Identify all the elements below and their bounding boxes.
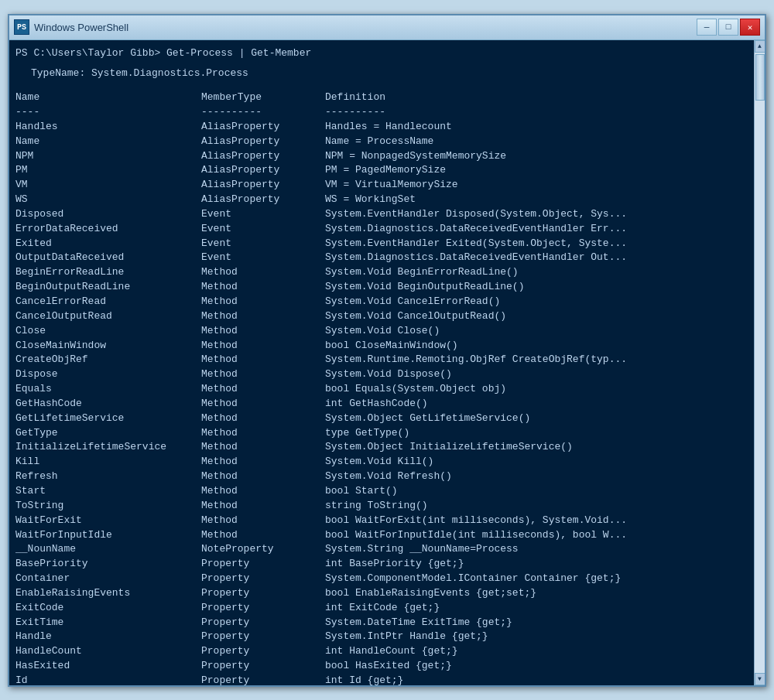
cell-membertype: Event (201, 222, 325, 237)
cell-membertype: Method (201, 324, 325, 339)
table-row: WaitForExitMethodbool WaitForExit(int mi… (15, 514, 748, 528)
cell-name: BeginOutputReadLine (15, 280, 201, 295)
terminal-output[interactable]: PS C:\Users\Taylor Gibb> Get-Process | G… (9, 40, 754, 685)
close-button[interactable]: ✕ (740, 19, 760, 36)
cell-membertype: Event (201, 207, 325, 222)
minimize-button[interactable]: — (697, 19, 717, 36)
cell-membertype: Property (201, 572, 325, 586)
cell-name: Disposed (15, 207, 201, 222)
cell-definition: bool WaitForExit(int milliseconds), Syst… (325, 514, 748, 528)
cell-name: ExitCode (15, 601, 201, 616)
table-row: BasePriorityPropertyint BasePriority {ge… (15, 557, 748, 572)
table-row: ExitCodePropertyint ExitCode {get;} (15, 601, 748, 616)
cell-membertype: Property (201, 616, 325, 630)
table-row: EnableRaisingEventsPropertybool EnableRa… (15, 586, 748, 601)
cell-definition: System.Diagnostics.DataReceivedEventHand… (325, 251, 748, 265)
cell-name: CreateObjRef (15, 353, 201, 367)
cell-name: Id (15, 674, 201, 685)
cell-membertype: Property (201, 601, 325, 616)
scroll-thumb[interactable] (755, 54, 765, 101)
table-row: StartMethodbool Start() (15, 484, 748, 499)
cell-definition: System.Void Kill() (325, 455, 748, 470)
cell-definition: System.Object GetLifetimeService() (325, 411, 748, 426)
cell-definition: System.EventHandler Disposed(System.Obje… (325, 207, 748, 222)
cell-definition: System.Void Close() (325, 324, 748, 339)
cell-name: Name (15, 135, 201, 149)
cell-name: WaitForExit (15, 514, 201, 528)
cell-name: CancelErrorRead (15, 295, 201, 309)
scroll-track[interactable] (755, 53, 765, 673)
cell-membertype: NoteProperty (201, 542, 325, 557)
cell-membertype: Method (201, 514, 325, 528)
cell-definition: type GetType() (325, 426, 748, 441)
cell-definition: System.Object InitializeLifetimeService(… (325, 440, 748, 455)
cell-definition: System.Void Refresh() (325, 470, 748, 484)
cell-membertype: Property (201, 659, 325, 674)
cell-name: Handle (15, 630, 201, 644)
cell-membertype: Property (201, 630, 325, 644)
maximize-button[interactable]: □ (718, 19, 738, 36)
table-row: BeginOutputReadLineMethodSystem.Void Beg… (15, 280, 748, 295)
cell-membertype: Method (201, 397, 325, 411)
cell-definition: System.EventHandler Exited(System.Object… (325, 237, 748, 251)
cell-membertype: Method (201, 528, 325, 543)
scroll-up-button[interactable]: ▲ (755, 40, 765, 53)
table-body: HandlesAliasPropertyHandles = Handlecoun… (15, 120, 748, 685)
scroll-down-button[interactable]: ▼ (755, 673, 765, 685)
cell-membertype: Event (201, 237, 325, 251)
header-definition: Definition (325, 90, 748, 105)
cell-name: OutputDataReceived (15, 251, 201, 265)
table-row: ExitTimePropertySystem.DateTime ExitTime… (15, 616, 748, 630)
cell-name: PM (15, 163, 201, 178)
table-row: GetLifetimeServiceMethodSystem.Object Ge… (15, 411, 748, 426)
cell-definition: WS = WorkingSet (325, 193, 748, 207)
cell-definition: System.Void Dispose() (325, 367, 748, 382)
cell-name: GetLifetimeService (15, 411, 201, 426)
cell-name: ToString (15, 499, 201, 514)
table-row: WSAliasPropertyWS = WorkingSet (15, 193, 748, 207)
table-row: EqualsMethodbool Equals(System.Object ob… (15, 382, 748, 397)
scrollbar[interactable]: ▲ ▼ (754, 40, 765, 685)
table-row: KillMethodSystem.Void Kill() (15, 455, 748, 470)
cell-name: CancelOutputRead (15, 309, 201, 324)
header-name: Name (15, 90, 201, 105)
table-row: BeginErrorReadLineMethodSystem.Void Begi… (15, 265, 748, 280)
cell-definition: bool WaitForInputIdle(int milliseconds),… (325, 528, 748, 543)
cell-membertype: Property (201, 674, 325, 685)
table-row: WaitForInputIdleMethodbool WaitForInputI… (15, 528, 748, 543)
cell-name: Close (15, 324, 201, 339)
cell-membertype: Property (201, 557, 325, 572)
cell-definition: System.IntPtr Handle {get;} (325, 630, 748, 644)
cell-membertype: Method (201, 295, 325, 309)
table-row: __NounNameNotePropertySystem.String __No… (15, 542, 748, 557)
cell-definition: bool EnableRaisingEvents {get;set;} (325, 586, 748, 601)
table-row: OutputDataReceivedEventSystem.Diagnostic… (15, 251, 748, 265)
title-bar-left: PS Windows PowerShell (14, 19, 128, 35)
table-row: NPMAliasPropertyNPM = NonpagedSystemMemo… (15, 149, 748, 164)
cell-definition: int HandleCount {get;} (325, 644, 748, 659)
table-row: HandlesAliasPropertyHandles = Handlecoun… (15, 120, 748, 135)
title-bar: PS Windows PowerShell — □ ✕ (9, 15, 765, 40)
table-row: ErrorDataReceivedEventSystem.Diagnostics… (15, 222, 748, 237)
table-row: HandleCountPropertyint HandleCount {get;… (15, 644, 748, 659)
table-row: GetTypeMethodtype GetType() (15, 426, 748, 441)
window-controls: — □ ✕ (697, 19, 760, 36)
cell-name: Start (15, 484, 201, 499)
cell-definition: Handles = Handlecount (325, 120, 748, 135)
cell-membertype: Method (201, 339, 325, 353)
cell-name: Equals (15, 382, 201, 397)
table-row: GetHashCodeMethodint GetHashCode() (15, 397, 748, 411)
sep-name: ---- (15, 105, 201, 120)
sep-definition: ---------- (325, 105, 748, 120)
window-title: Windows PowerShell (34, 22, 128, 33)
cell-membertype: Method (201, 353, 325, 367)
cell-definition: System.Void BeginErrorReadLine() (325, 265, 748, 280)
table-row: VMAliasPropertyVM = VirtualMemorySize (15, 178, 748, 193)
prompt-line: PS C:\Users\Taylor Gibb> Get-Process | G… (15, 46, 748, 61)
typename-line: TypeName: System.Diagnostics.Process (31, 67, 748, 81)
table-separator: ---- ---------- ---------- (15, 105, 748, 120)
cell-membertype: Method (201, 309, 325, 324)
cell-name: WS (15, 193, 201, 207)
cell-membertype: Method (201, 265, 325, 280)
cell-definition: bool CloseMainWindow() (325, 339, 748, 353)
